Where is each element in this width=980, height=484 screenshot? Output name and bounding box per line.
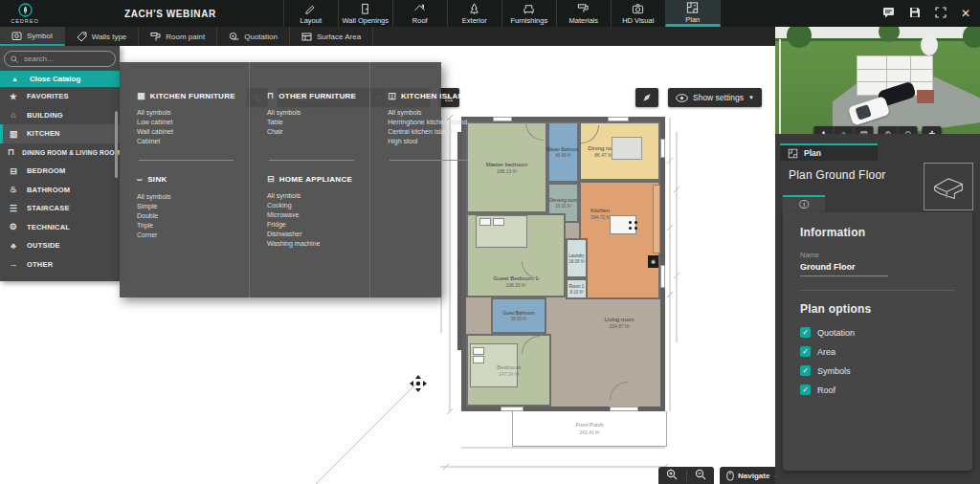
option-symbols[interactable]: ✓ Symbols (800, 365, 955, 376)
option-quotation[interactable]: ✓ Quotation (800, 327, 955, 338)
ribbon-tab-quotation[interactable]: Quotation (217, 27, 290, 46)
tab-roof[interactable]: Roof (392, 0, 447, 27)
preview-zoom-out-button[interactable]: ⊖ (898, 126, 918, 134)
catalog-item[interactable]: Corner (137, 231, 235, 240)
info-tab[interactable]: ⓘ (783, 195, 825, 212)
sidebar-item-bathroom[interactable]: ♨BATHROOM (0, 181, 120, 200)
room-front-porch[interactable]: Front Porch 243.41 ft² (512, 411, 667, 447)
appliance-symbol[interactable]: ✻ (648, 255, 658, 268)
zoom-out-button[interactable] (695, 467, 706, 484)
island-icon: ◫ (388, 91, 396, 100)
panel-tab-row: Plan (775, 143, 980, 161)
catalog-item[interactable]: Low cabinet (137, 118, 235, 127)
3d-preview[interactable]: ♟ ◈ ▤ ⊕ ⊖ ✚ (775, 27, 980, 134)
information-title: Information (800, 226, 955, 239)
panel-tab-plan[interactable]: Plan (780, 143, 878, 161)
catalog-item[interactable]: Table (267, 118, 356, 127)
sidebar-item-kitchen[interactable]: ▥KITCHEN (0, 124, 120, 143)
room-master-bathroom[interactable]: Master Bathroom 45.49 ft² (547, 121, 579, 183)
cedreo-logo[interactable]: CEDREO (0, 0, 50, 27)
name-field[interactable]: Ground Floor (800, 262, 888, 276)
option-area[interactable]: ✓ Area (800, 346, 955, 357)
sidebar-item-outside[interactable]: ♣OUTSIDE (0, 236, 120, 255)
tab-layout[interactable]: Layout (283, 0, 338, 27)
pan-button[interactable]: ✚ (923, 126, 942, 134)
tab-exterior[interactable]: Exterior (447, 0, 501, 27)
plan-thumbnail[interactable] (924, 163, 973, 210)
zoom-in-button[interactable] (666, 467, 678, 484)
catalog-item[interactable]: All symbols (388, 108, 470, 118)
3d-view-button[interactable]: ◈ (834, 126, 854, 134)
catalog-item[interactable]: Fridge (267, 220, 356, 230)
fullscreen-icon[interactable] (935, 7, 947, 20)
option-roof[interactable]: ✓ Roof (800, 385, 955, 395)
kitchen-counter[interactable] (653, 185, 660, 253)
tab-plan[interactable]: Plan (665, 0, 721, 27)
preview-zoom-in-button[interactable]: ⊕ (879, 126, 898, 134)
tab-hd-visual[interactable]: HD Visual (611, 0, 665, 27)
ribbon-tab-room-paint[interactable]: Room paint (139, 27, 217, 46)
room-living[interactable]: Living room 254.87 ft² (581, 303, 657, 341)
sidebar-scrollbar[interactable] (115, 111, 118, 178)
catalog-item[interactable]: All symbols (137, 108, 235, 118)
catalog-item[interactable]: Cooking (267, 201, 356, 210)
ribbon-tab-surface-area[interactable]: Surface Area (290, 27, 373, 46)
checkbox-checked-icon[interactable]: ✓ (800, 365, 811, 376)
checkbox-checked-icon[interactable]: ✓ (800, 385, 811, 395)
ribbon-tab-walls-type[interactable]: Walls type (65, 27, 140, 46)
search-box[interactable] (4, 51, 116, 67)
kitchen-island[interactable] (610, 215, 636, 234)
room-guest-bathroom[interactable]: Guest Bathroom 38.53 ft² (491, 297, 546, 334)
sidebar-item-favorites[interactable]: ★FAVORITES (0, 87, 120, 106)
tab-furnishings[interactable]: Furnishings (501, 0, 556, 27)
feedback-icon[interactable] (882, 7, 895, 20)
catalog-item[interactable]: All symbols (267, 108, 356, 118)
checkbox-checked-icon[interactable]: ✓ (800, 327, 811, 338)
catalog-item[interactable]: Central kitchen island (388, 127, 470, 137)
tab-materials[interactable]: Materials (556, 0, 611, 27)
catalog-section-sink[interactable]: ⌣SINK (137, 174, 235, 185)
bed[interactable] (476, 215, 527, 248)
catalog-item[interactable]: Microwave (267, 210, 356, 220)
catalog-section-home-appliance[interactable]: ⊟HOME APPLIANCE (267, 174, 356, 184)
sidebar-item-staircase[interactable]: ☰STAIRCASE (0, 199, 120, 218)
room-1[interactable]: Room 1 8.10 ft² (566, 278, 588, 299)
tab-wall-openings[interactable]: Wall Openings (338, 0, 392, 27)
sidebar-item-technical[interactable]: ⚙TECHNICAL (0, 218, 120, 237)
catalog-item[interactable]: Washing machine (267, 239, 356, 249)
ribbon-tab-symbol[interactable]: Symbol (0, 27, 65, 46)
close-catalog-button[interactable]: ▲ Close Catalog (0, 71, 120, 87)
walk-view-button[interactable]: ♟ (814, 126, 834, 134)
plan-view-button[interactable]: ▤ (854, 126, 874, 134)
show-settings-button[interactable]: Show settings ▼ (668, 88, 762, 107)
catalog-item[interactable]: All symbols (267, 191, 356, 201)
room-laundry[interactable]: Laundry 18.08 ft² (566, 238, 588, 278)
catalog-item[interactable]: High stool (388, 137, 470, 146)
catalog-item[interactable]: Dishwasher (267, 230, 356, 239)
sidebar-item-other[interactable]: →OTHER (0, 255, 120, 275)
sidebar-item-building[interactable]: ⌂BUILDING (0, 106, 120, 125)
search-input[interactable] (22, 54, 107, 64)
catalog-section-kitchen-furniture[interactable]: ▦KITCHEN FURNITURE (137, 91, 235, 100)
catalog-section-kitchen-island[interactable]: ◫KITCHEN ISLAND (388, 91, 470, 100)
catalog-section-other-furniture[interactable]: ⊓OTHER FURNITURE (267, 91, 356, 100)
sidebar-item-bedroom[interactable]: ⊟BEDROOM (0, 162, 120, 181)
catalog-item[interactable]: Double (137, 211, 235, 221)
catalog-item[interactable]: Triple (137, 221, 235, 231)
catalog-item[interactable]: Chair (267, 127, 356, 137)
catalog-item[interactable]: Simple (137, 202, 235, 211)
catalog-item[interactable]: All symbols (137, 192, 235, 202)
sidebar-item-dining-living[interactable]: ⊓DINING ROOM & LIVING ROOM (0, 143, 120, 163)
bed[interactable] (470, 343, 518, 387)
dining-table[interactable] (612, 137, 642, 160)
catalog-item[interactable]: Wall cabinet (137, 127, 235, 137)
blueprint-icon (686, 1, 699, 14)
room-kitchen[interactable]: Kitchen 194.72 ft² (579, 181, 660, 299)
catalog-item[interactable]: Cabinet (137, 137, 235, 146)
checkbox-checked-icon[interactable]: ✓ (800, 346, 811, 357)
catalog-item[interactable]: Herringbone kitchen island (388, 118, 470, 127)
save-icon[interactable] (909, 7, 921, 20)
close-icon[interactable]: ✕ (961, 8, 970, 19)
compass-button[interactable] (635, 88, 658, 107)
floor-plan[interactable]: Master bedroom 188.13 ft² Master Bathroo… (461, 117, 665, 411)
